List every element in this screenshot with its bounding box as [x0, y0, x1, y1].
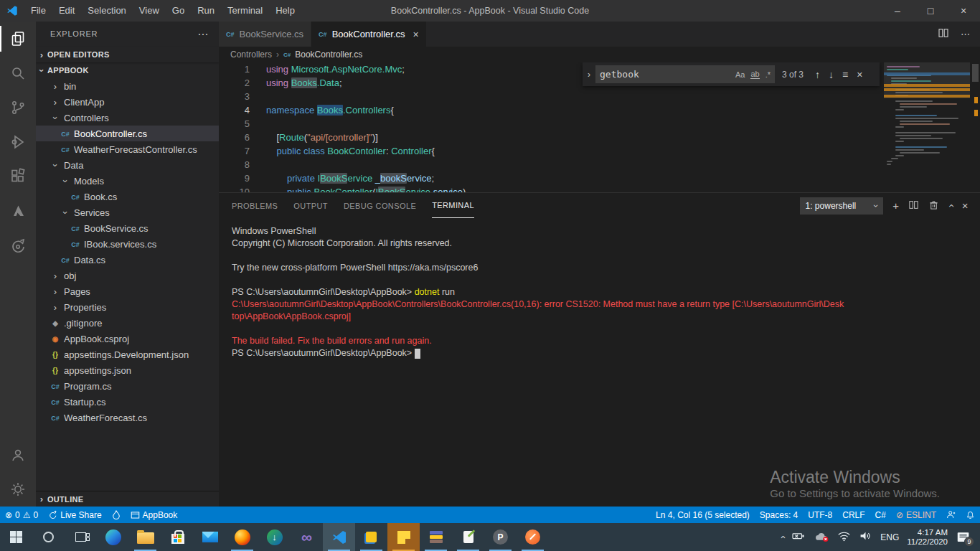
project-status[interactable]: AppBook	[126, 507, 183, 523]
menu-run[interactable]: Run	[191, 0, 221, 22]
breadcrumb-folder[interactable]: Controllers	[230, 50, 272, 60]
explorer-item-data-cs[interactable]: C#Data.cs	[36, 252, 219, 268]
accounts-icon[interactable]	[0, 438, 36, 472]
terminal-shell-select[interactable]: 1: powershell ›	[800, 197, 884, 215]
problems-status[interactable]: ⊗ 0 ⚠ 0	[0, 507, 43, 523]
explorer-item-data[interactable]: ›Data	[36, 157, 219, 173]
code-line-3[interactable]: 3	[219, 90, 980, 103]
tab-close-icon[interactable]: ×	[413, 29, 419, 40]
live-share-status[interactable]: Live Share	[43, 507, 106, 523]
encoding-status[interactable]: UTF-8	[803, 507, 837, 523]
find-query-text[interactable]: getbook	[600, 69, 730, 80]
code-line-8[interactable]: 8	[219, 158, 980, 171]
explorer-item-clientapp[interactable]: ›ClientApp	[36, 94, 219, 110]
explorer-item-bookcontroller-cs[interactable]: C#BookController.cs	[36, 126, 219, 141]
language-status[interactable]: C#	[870, 507, 891, 523]
explorer-item-models[interactable]: ›Models	[36, 173, 219, 189]
live-share-icon[interactable]	[0, 228, 36, 263]
tab-problems[interactable]: PROBLEMS	[232, 193, 278, 218]
power-icon[interactable]	[791, 530, 806, 544]
run-debug-icon[interactable]	[0, 125, 36, 159]
close-button[interactable]: ×	[947, 0, 980, 22]
explorer-item-properties[interactable]: ›Properties	[36, 299, 219, 315]
explorer-item-obj[interactable]: ›obj	[36, 268, 219, 283]
close-find-icon[interactable]: ×	[857, 69, 862, 80]
explorer-item-weatherforecastcontroller-cs[interactable]: C#WeatherForecastController.cs	[36, 141, 219, 157]
new-terminal-icon[interactable]: +	[892, 199, 899, 212]
code-line-6[interactable]: 6 [Route("api/[controller]")]	[219, 131, 980, 144]
whole-word-icon[interactable]: ab	[750, 70, 759, 79]
notifications-bell-icon[interactable]	[961, 507, 980, 523]
explorer-item-book-cs[interactable]: C#Book.cs	[36, 189, 219, 204]
taskbar-winrar-icon[interactable]	[420, 523, 452, 551]
taskbar-visual-studio-icon[interactable]: ∞	[291, 523, 323, 551]
feedback-icon[interactable]	[941, 507, 961, 523]
minimap[interactable]	[884, 62, 970, 192]
find-in-selection-icon[interactable]: ≡	[842, 69, 848, 80]
explorer-item--gitignore[interactable]: ◆.gitignore	[36, 315, 219, 331]
tab-bookcontroller[interactable]: C# BookController.cs ×	[311, 22, 427, 47]
taskbar-notepad-plus-icon[interactable]	[452, 523, 484, 551]
settings-gear-icon[interactable]	[0, 472, 36, 507]
code-line-7[interactable]: 7 public class BookContoller: Controller…	[219, 144, 980, 158]
code-line-10[interactable]: 10 public BookContoller(IBookService ser…	[219, 185, 980, 192]
next-match-icon[interactable]: ↓	[829, 69, 834, 80]
taskbar-firefox-icon[interactable]	[226, 523, 258, 551]
taskbar-vscode-icon[interactable]	[323, 523, 355, 551]
code-editor[interactable]: 1using Microsoft.AspNetCore.Mvc;2using B…	[219, 62, 980, 192]
wifi-icon[interactable]	[837, 531, 851, 544]
taskbar-task-view-icon[interactable]	[65, 523, 97, 551]
extensions-icon[interactable]	[0, 159, 36, 194]
menu-edit[interactable]: Edit	[52, 0, 81, 22]
cursor-position[interactable]: Ln 4, Col 16 (5 selected)	[651, 507, 755, 523]
minimize-button[interactable]: –	[881, 0, 914, 22]
onedrive-icon[interactable]	[814, 530, 829, 545]
kill-terminal-icon[interactable]	[928, 199, 939, 212]
explorer-more-actions-icon[interactable]: ⋯	[197, 22, 209, 47]
azure-icon[interactable]	[0, 194, 36, 228]
split-editor-icon[interactable]	[938, 27, 949, 41]
tray-language[interactable]: ENG	[880, 532, 899, 542]
action-center-icon[interactable]: 9	[956, 529, 971, 545]
taskbar-store-icon[interactable]	[161, 523, 194, 551]
menu-help[interactable]: Help	[269, 0, 301, 22]
flame-icon[interactable]	[107, 507, 126, 523]
scrollbar-thumb[interactable]	[972, 64, 979, 82]
explorer-item-controllers[interactable]: ›Controllers	[36, 110, 219, 126]
taskbar-mail-icon[interactable]	[194, 523, 226, 551]
split-terminal-icon[interactable]	[908, 199, 919, 212]
maximize-panel-icon[interactable]: ›	[945, 204, 957, 207]
tray-clock[interactable]: 4:17 AM 11/22/2020	[907, 528, 948, 547]
taskbar-edge-icon[interactable]	[97, 523, 129, 551]
explorer-icon[interactable]	[0, 22, 36, 56]
source-control-icon[interactable]	[0, 90, 36, 125]
taskbar-idm-icon[interactable]: ↓	[258, 523, 291, 551]
volume-icon[interactable]	[859, 530, 872, 544]
tab-output[interactable]: OUTPUT	[293, 193, 328, 218]
explorer-item-ibook-services-cs[interactable]: C#IBook.services.cs	[36, 236, 219, 252]
tab-debug-console[interactable]: DEBUG CONSOLE	[344, 193, 416, 218]
explorer-item-appsettings-development-json[interactable]: {}appsettings.Development.json	[36, 347, 219, 362]
code-line-9[interactable]: 9 private IBookService _bookService;	[219, 171, 980, 185]
search-icon[interactable]	[0, 56, 36, 90]
breadcrumb[interactable]: Controllers › C# BookController.cs	[219, 47, 980, 62]
explorer-item-bin[interactable]: ›bin	[36, 78, 219, 94]
close-panel-icon[interactable]: ×	[962, 199, 969, 212]
menu-terminal[interactable]: Terminal	[221, 0, 269, 22]
explorer-item-program-cs[interactable]: C#Program.cs	[36, 378, 219, 394]
maximize-button[interactable]: □	[914, 0, 947, 22]
indentation-status[interactable]: Spaces: 4	[755, 507, 803, 523]
previous-match-icon[interactable]: ↑	[815, 69, 820, 80]
overview-ruler[interactable]	[970, 62, 980, 192]
regex-icon[interactable]: .*	[765, 70, 771, 79]
terminal-output[interactable]: Windows PowerShellCopyright (C) Microsof…	[219, 218, 980, 359]
breadcrumb-file[interactable]: BookController.cs	[295, 50, 362, 60]
explorer-item-bookservice-cs[interactable]: C#BookService.cs	[36, 220, 219, 236]
explorer-item-appsettings-json[interactable]: {}appsettings.json	[36, 362, 219, 378]
tab-bookservice[interactable]: C# BookService.cs	[219, 22, 311, 47]
eslint-status[interactable]: ⊘ ESLINT	[891, 507, 941, 523]
taskbar-start-icon[interactable]	[0, 523, 32, 551]
explorer-item-weatherforecast-cs[interactable]: C#WeatherForecast.cs	[36, 410, 219, 425]
workspace-root[interactable]: › APPBOOK	[36, 62, 219, 78]
explorer-item-pages[interactable]: ›Pages	[36, 283, 219, 299]
